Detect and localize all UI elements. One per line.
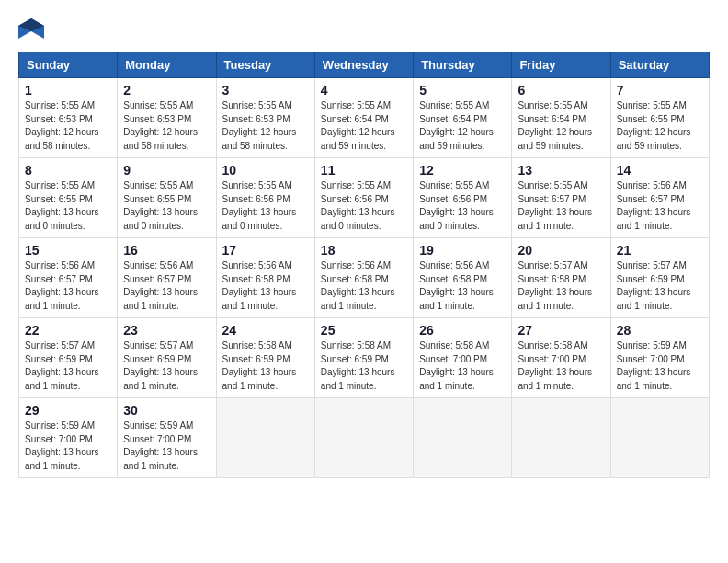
day-number: 20 — [518, 243, 604, 258]
calendar-week-row: 29Sunrise: 5:59 AM Sunset: 7:00 PM Dayli… — [19, 398, 710, 478]
day-number: 17 — [222, 243, 309, 258]
calendar-cell: 18Sunrise: 5:56 AM Sunset: 6:58 PM Dayli… — [314, 238, 413, 318]
calendar-week-row: 1Sunrise: 5:55 AM Sunset: 6:53 PM Daylig… — [19, 78, 710, 158]
calendar-table: SundayMondayTuesdayWednesdayThursdayFrid… — [18, 52, 710, 478]
header-monday: Monday — [118, 52, 216, 78]
header-thursday: Thursday — [414, 52, 512, 78]
calendar-week-row: 22Sunrise: 5:57 AM Sunset: 6:59 PM Dayli… — [19, 318, 710, 398]
calendar-cell: 20Sunrise: 5:57 AM Sunset: 6:58 PM Dayli… — [512, 238, 610, 318]
day-number: 7 — [617, 83, 703, 98]
day-number: 25 — [321, 323, 407, 338]
day-number: 14 — [617, 163, 703, 178]
day-info: Sunrise: 5:58 AM Sunset: 7:00 PM Dayligh… — [419, 339, 506, 393]
calendar-cell: 12Sunrise: 5:55 AM Sunset: 6:56 PM Dayli… — [414, 158, 512, 238]
day-info: Sunrise: 5:58 AM Sunset: 6:59 PM Dayligh… — [321, 339, 407, 393]
day-info: Sunrise: 5:57 AM Sunset: 6:59 PM Dayligh… — [123, 339, 210, 393]
day-info: Sunrise: 5:57 AM Sunset: 6:59 PM Dayligh… — [617, 259, 703, 313]
day-info: Sunrise: 5:55 AM Sunset: 6:56 PM Dayligh… — [419, 179, 506, 233]
day-info: Sunrise: 5:55 AM Sunset: 6:56 PM Dayligh… — [222, 179, 309, 233]
day-info: Sunrise: 5:55 AM Sunset: 6:55 PM Dayligh… — [617, 99, 703, 153]
calendar-cell: 2Sunrise: 5:55 AM Sunset: 6:53 PM Daylig… — [118, 78, 216, 158]
calendar-cell: 9Sunrise: 5:55 AM Sunset: 6:55 PM Daylig… — [118, 158, 216, 238]
calendar-cell: 29Sunrise: 5:59 AM Sunset: 7:00 PM Dayli… — [19, 398, 118, 478]
day-info: Sunrise: 5:56 AM Sunset: 6:58 PM Dayligh… — [222, 259, 309, 313]
calendar-cell: 19Sunrise: 5:56 AM Sunset: 6:58 PM Dayli… — [414, 238, 512, 318]
calendar-cell: 21Sunrise: 5:57 AM Sunset: 6:59 PM Dayli… — [610, 238, 709, 318]
day-info: Sunrise: 5:55 AM Sunset: 6:53 PM Dayligh… — [222, 99, 309, 153]
day-number: 27 — [518, 323, 604, 338]
day-number: 6 — [518, 83, 604, 98]
day-info: Sunrise: 5:56 AM Sunset: 6:58 PM Dayligh… — [419, 259, 506, 313]
day-info: Sunrise: 5:58 AM Sunset: 6:59 PM Dayligh… — [222, 339, 309, 393]
calendar-cell: 13Sunrise: 5:55 AM Sunset: 6:57 PM Dayli… — [512, 158, 610, 238]
calendar-cell: 11Sunrise: 5:55 AM Sunset: 6:56 PM Dayli… — [314, 158, 413, 238]
day-number: 3 — [222, 83, 309, 98]
day-number: 15 — [25, 243, 111, 258]
day-info: Sunrise: 5:57 AM Sunset: 6:58 PM Dayligh… — [518, 259, 604, 313]
day-number: 18 — [321, 243, 407, 258]
calendar-cell: 6Sunrise: 5:55 AM Sunset: 6:54 PM Daylig… — [512, 78, 610, 158]
calendar-cell: 23Sunrise: 5:57 AM Sunset: 6:59 PM Dayli… — [118, 318, 216, 398]
logo-icon — [18, 18, 44, 42]
calendar-cell — [512, 398, 610, 478]
day-info: Sunrise: 5:55 AM Sunset: 6:53 PM Dayligh… — [25, 99, 111, 153]
calendar-cell: 8Sunrise: 5:55 AM Sunset: 6:55 PM Daylig… — [19, 158, 118, 238]
calendar-week-row: 8Sunrise: 5:55 AM Sunset: 6:55 PM Daylig… — [19, 158, 710, 238]
calendar-cell: 7Sunrise: 5:55 AM Sunset: 6:55 PM Daylig… — [610, 78, 709, 158]
day-info: Sunrise: 5:56 AM Sunset: 6:57 PM Dayligh… — [25, 259, 111, 313]
calendar-cell — [314, 398, 413, 478]
calendar-cell: 14Sunrise: 5:56 AM Sunset: 6:57 PM Dayli… — [610, 158, 709, 238]
day-number: 30 — [123, 403, 210, 418]
day-number: 13 — [518, 163, 604, 178]
calendar-cell: 22Sunrise: 5:57 AM Sunset: 6:59 PM Dayli… — [19, 318, 118, 398]
page-header — [18, 18, 710, 42]
day-info: Sunrise: 5:56 AM Sunset: 6:57 PM Dayligh… — [123, 259, 210, 313]
day-info: Sunrise: 5:55 AM Sunset: 6:55 PM Dayligh… — [25, 179, 111, 233]
header-tuesday: Tuesday — [216, 52, 314, 78]
calendar-cell: 3Sunrise: 5:55 AM Sunset: 6:53 PM Daylig… — [216, 78, 314, 158]
day-number: 24 — [222, 323, 309, 338]
calendar-week-row: 15Sunrise: 5:56 AM Sunset: 6:57 PM Dayli… — [19, 238, 710, 318]
day-number: 23 — [123, 323, 210, 338]
day-number: 8 — [25, 163, 111, 178]
calendar-cell: 4Sunrise: 5:55 AM Sunset: 6:54 PM Daylig… — [314, 78, 413, 158]
calendar-cell: 30Sunrise: 5:59 AM Sunset: 7:00 PM Dayli… — [118, 398, 216, 478]
day-info: Sunrise: 5:56 AM Sunset: 6:58 PM Dayligh… — [321, 259, 407, 313]
calendar-cell: 16Sunrise: 5:56 AM Sunset: 6:57 PM Dayli… — [118, 238, 216, 318]
calendar-header-row: SundayMondayTuesdayWednesdayThursdayFrid… — [19, 52, 710, 78]
day-info: Sunrise: 5:55 AM Sunset: 6:54 PM Dayligh… — [419, 99, 506, 153]
calendar-cell: 5Sunrise: 5:55 AM Sunset: 6:54 PM Daylig… — [414, 78, 512, 158]
calendar-cell: 24Sunrise: 5:58 AM Sunset: 6:59 PM Dayli… — [216, 318, 314, 398]
day-info: Sunrise: 5:59 AM Sunset: 7:00 PM Dayligh… — [617, 339, 703, 393]
calendar-cell: 17Sunrise: 5:56 AM Sunset: 6:58 PM Dayli… — [216, 238, 314, 318]
day-info: Sunrise: 5:56 AM Sunset: 6:57 PM Dayligh… — [617, 179, 703, 233]
header-saturday: Saturday — [610, 52, 709, 78]
day-info: Sunrise: 5:55 AM Sunset: 6:53 PM Dayligh… — [123, 99, 210, 153]
day-number: 22 — [25, 323, 111, 338]
day-info: Sunrise: 5:55 AM Sunset: 6:54 PM Dayligh… — [321, 99, 407, 153]
day-number: 9 — [123, 163, 210, 178]
calendar-cell — [610, 398, 709, 478]
calendar-cell: 27Sunrise: 5:58 AM Sunset: 7:00 PM Dayli… — [512, 318, 610, 398]
day-info: Sunrise: 5:59 AM Sunset: 7:00 PM Dayligh… — [123, 419, 210, 473]
calendar-cell: 1Sunrise: 5:55 AM Sunset: 6:53 PM Daylig… — [19, 78, 118, 158]
header-friday: Friday — [512, 52, 610, 78]
calendar-cell: 25Sunrise: 5:58 AM Sunset: 6:59 PM Dayli… — [314, 318, 413, 398]
calendar-cell — [414, 398, 512, 478]
day-number: 16 — [123, 243, 210, 258]
day-number: 2 — [123, 83, 210, 98]
logo — [18, 18, 48, 42]
day-number: 12 — [419, 163, 506, 178]
day-info: Sunrise: 5:58 AM Sunset: 7:00 PM Dayligh… — [518, 339, 604, 393]
calendar-cell: 28Sunrise: 5:59 AM Sunset: 7:00 PM Dayli… — [610, 318, 709, 398]
day-number: 10 — [222, 163, 309, 178]
calendar-cell — [216, 398, 314, 478]
calendar-cell: 26Sunrise: 5:58 AM Sunset: 7:00 PM Dayli… — [414, 318, 512, 398]
day-info: Sunrise: 5:59 AM Sunset: 7:00 PM Dayligh… — [25, 419, 111, 473]
day-info: Sunrise: 5:55 AM Sunset: 6:56 PM Dayligh… — [321, 179, 407, 233]
day-number: 29 — [25, 403, 111, 418]
day-info: Sunrise: 5:55 AM Sunset: 6:55 PM Dayligh… — [123, 179, 210, 233]
day-number: 28 — [617, 323, 703, 338]
calendar-cell: 15Sunrise: 5:56 AM Sunset: 6:57 PM Dayli… — [19, 238, 118, 318]
day-number: 1 — [25, 83, 111, 98]
